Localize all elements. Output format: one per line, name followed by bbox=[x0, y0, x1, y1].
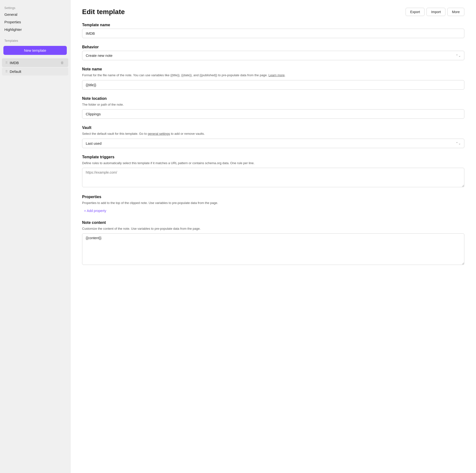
template-name-section: Template name bbox=[82, 23, 464, 38]
main-header: Edit template Export Import More bbox=[82, 8, 464, 16]
behavior-select-wrapper: Create new noteAppend to existing notePr… bbox=[82, 51, 464, 60]
export-button[interactable]: Export bbox=[406, 8, 425, 16]
page-title: Edit template bbox=[82, 8, 125, 16]
template-item-default[interactable]: ⠿Default bbox=[2, 68, 68, 76]
note-name-label: Note name bbox=[82, 67, 464, 71]
vault-desc: Select the default vault for this templa… bbox=[82, 131, 464, 136]
template-item-name: Default bbox=[10, 69, 65, 74]
vault-select-wrapper: Last used ⌃⌄ bbox=[82, 139, 464, 148]
more-button[interactable]: More bbox=[447, 8, 464, 16]
behavior-section: Behavior Create new noteAppend to existi… bbox=[82, 45, 464, 60]
behavior-select[interactable]: Create new noteAppend to existing notePr… bbox=[82, 51, 464, 60]
template-item-imdb[interactable]: ⠿IMDB🗑 bbox=[2, 58, 68, 67]
template-list: ⠿IMDB🗑⠿Default bbox=[0, 58, 70, 76]
sidebar-nav: GeneralPropertiesHighlighter bbox=[0, 11, 70, 33]
general-settings-link[interactable]: general settings bbox=[148, 132, 170, 135]
note-content-label: Note content bbox=[82, 220, 464, 225]
sidebar-item-general[interactable]: General bbox=[0, 11, 70, 18]
note-content-section: Note content Customize the content of th… bbox=[82, 220, 464, 266]
drag-handle-icon: ⠿ bbox=[5, 61, 8, 65]
header-buttons: Export Import More bbox=[406, 8, 464, 16]
template-triggers-desc: Define rules to automatically select thi… bbox=[82, 161, 464, 166]
new-template-button[interactable]: New template bbox=[3, 46, 67, 55]
main-content: Edit template Export Import More Templat… bbox=[70, 0, 476, 473]
template-name-input[interactable] bbox=[82, 29, 464, 38]
template-name-label: Template name bbox=[82, 23, 464, 27]
learn-more-link[interactable]: Learn more bbox=[269, 73, 285, 77]
note-location-desc: The folder or path of the note. bbox=[82, 102, 464, 107]
properties-section: Properties Properties to add to the top … bbox=[82, 195, 464, 214]
sidebar-item-highlighter[interactable]: Highlighter bbox=[0, 26, 70, 33]
note-location-label: Note location bbox=[82, 96, 464, 101]
properties-desc: Properties to add to the top of the clip… bbox=[82, 201, 464, 205]
note-location-input[interactable] bbox=[82, 109, 464, 119]
settings-section-label: Settings bbox=[0, 4, 70, 11]
add-property-button[interactable]: + Add property bbox=[82, 208, 108, 214]
note-name-section: Note name Format for the file name of th… bbox=[82, 67, 464, 90]
note-content-input[interactable] bbox=[82, 233, 464, 265]
vault-section: Vault Select the default vault for this … bbox=[82, 126, 464, 148]
template-triggers-label: Template triggers bbox=[82, 155, 464, 159]
import-button[interactable]: Import bbox=[426, 8, 445, 16]
sidebar: Settings GeneralPropertiesHighlighter Te… bbox=[0, 0, 70, 473]
templates-section-label: Templates bbox=[0, 37, 70, 43]
vault-label: Vault bbox=[82, 126, 464, 130]
template-triggers-input[interactable] bbox=[82, 168, 464, 187]
template-item-name: IMDB bbox=[10, 61, 60, 65]
drag-handle-icon: ⠿ bbox=[5, 70, 8, 73]
note-content-desc: Customize the content of the note. Use v… bbox=[82, 226, 464, 231]
properties-label: Properties bbox=[82, 195, 464, 199]
behavior-label: Behavior bbox=[82, 45, 464, 49]
delete-template-icon[interactable]: 🗑 bbox=[60, 60, 65, 65]
vault-select[interactable]: Last used bbox=[82, 139, 464, 148]
note-name-input[interactable] bbox=[82, 80, 464, 90]
sidebar-item-properties[interactable]: Properties bbox=[0, 18, 70, 26]
template-triggers-section: Template triggers Define rules to automa… bbox=[82, 155, 464, 188]
note-location-section: Note location The folder or path of the … bbox=[82, 96, 464, 119]
note-name-desc: Format for the file name of the note. Yo… bbox=[82, 73, 464, 78]
